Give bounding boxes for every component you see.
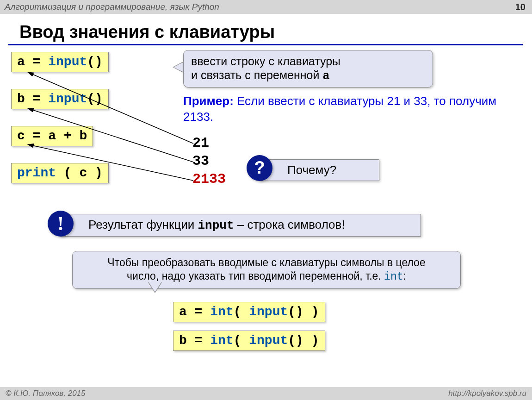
- tip-line1: Чтобы преобразовать вводимые с клавиатур…: [81, 256, 452, 269]
- tip-box: Чтобы преобразовать вводимые с клавиатур…: [72, 251, 461, 289]
- question-icon: ?: [247, 155, 272, 181]
- page-number: 10: [515, 2, 526, 12]
- tip-line2: число, надо указать тип вводимой перемен…: [81, 269, 452, 284]
- output-2133: 2133: [192, 170, 226, 188]
- footer-left: © К.Ю. Поляков, 2015: [6, 389, 86, 398]
- code-box-a-input: a = input(): [11, 52, 109, 72]
- slide-header: Алгоритмизация и программирование, язык …: [0, 0, 532, 14]
- code-box-a-int: a = int( input() ): [173, 302, 325, 322]
- slide-title: Ввод значения с клавиатуры: [8, 14, 523, 45]
- result-box: Результат функции input – строка символо…: [60, 214, 421, 237]
- bubble-line1: ввести строку с клавиатуры: [191, 54, 425, 68]
- slide-footer: © К.Ю. Поляков, 2015 http://kpolyakov.sp…: [0, 387, 532, 400]
- footer-right: http://kpolyakov.spb.ru: [448, 389, 526, 398]
- output-values: 21 33 2133: [192, 134, 226, 188]
- exclamation-icon: !: [48, 211, 74, 237]
- course-title: Алгоритмизация и программирование, язык …: [5, 2, 219, 12]
- example-text: Пример: Если ввести с клавиатуры 21 и 33…: [183, 94, 498, 125]
- code-box-c-sum: c = a + b: [11, 126, 93, 146]
- output-21: 21: [192, 134, 226, 152]
- why-box: Почему? ?: [259, 159, 379, 181]
- bubble-line2: и связать с переменной a: [191, 68, 425, 83]
- code-box-print: print ( c ): [11, 163, 109, 183]
- bubble-input-desc: ввести строку с клавиатуры и связать с п…: [183, 50, 433, 88]
- code-box-b-input: b = input(): [11, 89, 109, 109]
- code-box-b-int: b = int( input() ): [173, 331, 325, 351]
- output-33: 33: [192, 152, 226, 170]
